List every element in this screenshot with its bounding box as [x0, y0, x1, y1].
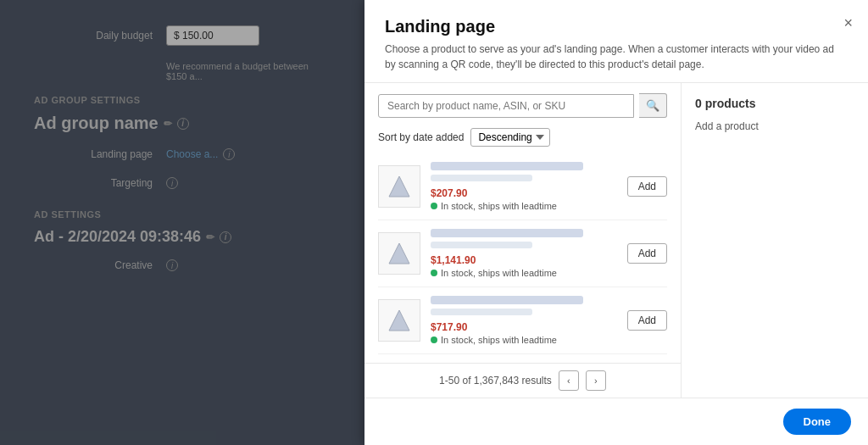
sort-label: Sort by date added	[378, 131, 464, 143]
product-info: $1,141.90 In stock, ships with leadtime	[431, 229, 617, 278]
modal-description: Choose a product to serve as your ad's l…	[385, 42, 843, 72]
modal-close-button[interactable]: ×	[843, 15, 853, 31]
next-page-button[interactable]: ›	[586, 370, 606, 391]
product-status: In stock, ships with leadtime	[431, 201, 617, 211]
product-status: In stock, ships with leadtime	[431, 335, 617, 345]
product-sku-bar	[431, 309, 532, 315]
product-name-bar	[431, 229, 583, 237]
product-info: $717.90 In stock, ships with leadtime	[431, 296, 617, 345]
product-thumbnail	[378, 299, 420, 342]
sort-select[interactable]: Descending Ascending	[470, 128, 550, 147]
modal-footer: Done	[364, 398, 868, 445]
product-item: Add	[378, 354, 667, 363]
product-sku-bar	[431, 175, 532, 181]
product-item: $1,141.90 In stock, ships with leadtime …	[378, 220, 667, 287]
product-info: $207.90 In stock, ships with leadtime	[431, 162, 617, 211]
status-dot	[431, 337, 437, 343]
prev-page-button[interactable]: ‹	[559, 370, 579, 391]
product-item: $717.90 In stock, ships with leadtime Ad…	[378, 287, 667, 354]
add-product-link[interactable]: Add a product	[695, 120, 854, 132]
product-sku-bar	[431, 242, 532, 248]
status-dot	[431, 270, 437, 276]
search-bar: 🔍	[364, 83, 681, 125]
status-dot	[431, 203, 437, 209]
search-input[interactable]	[378, 94, 634, 118]
product-price: $717.90	[431, 321, 467, 333]
modal-body: 🔍 Sort by date added Descending Ascendin…	[364, 83, 868, 398]
modal-header: Landing page Choose a product to serve a…	[364, 0, 868, 83]
product-panel: 🔍 Sort by date added Descending Ascendin…	[364, 83, 682, 398]
product-thumbnail	[378, 232, 420, 275]
selected-panel: 0 products Add a product	[682, 83, 868, 398]
product-name-bar	[431, 162, 583, 170]
done-button[interactable]: Done	[783, 409, 852, 435]
landing-page-modal: Landing page Choose a product to serve a…	[364, 0, 868, 445]
product-item: $207.90 In stock, ships with leadtime Ad…	[378, 153, 667, 220]
product-thumbnail	[378, 165, 420, 208]
product-list: $207.90 In stock, ships with leadtime Ad…	[364, 153, 681, 363]
product-price: $1,141.90	[431, 254, 476, 266]
add-product-button[interactable]: Add	[627, 243, 667, 264]
product-name-bar	[431, 296, 583, 304]
product-price: $207.90	[431, 187, 467, 199]
sort-bar: Sort by date added Descending Ascending	[364, 125, 681, 153]
pagination: 1-50 of 1,367,843 results ‹ ›	[364, 363, 681, 398]
add-product-button[interactable]: Add	[627, 176, 667, 197]
selected-count: 0 products	[695, 97, 854, 110]
pagination-text: 1-50 of 1,367,843 results	[439, 375, 552, 387]
modal-title: Landing page	[385, 17, 848, 36]
search-button[interactable]: 🔍	[639, 93, 667, 118]
product-status: In stock, ships with leadtime	[431, 268, 617, 278]
add-product-button[interactable]: Add	[627, 310, 667, 331]
